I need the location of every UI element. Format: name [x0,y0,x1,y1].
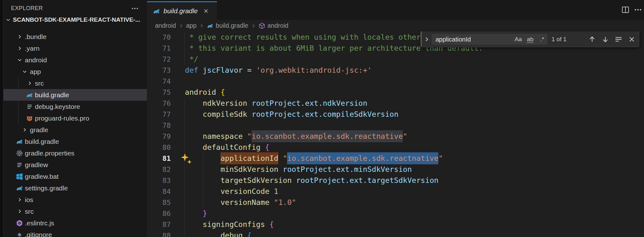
breadcrumb-label: android [268,22,289,29]
breadcrumb-item-app[interactable]: app [186,22,197,29]
split-editor-icon[interactable] [621,6,630,14]
tree-item-gradle-properties[interactable]: gradle.properties [3,147,147,159]
tree-item-build-gradle[interactable]: build.gradle [3,89,147,101]
previous-match-button arrow-up-icon[interactable] [588,35,596,43]
line-number: 79 [147,131,171,142]
workspace-name: SCANBOT-SDK-EXAMPLE-REACT-NATIVE-... [13,16,140,23]
code-editor[interactable]: 70 * give correct results when using wit… [147,31,644,237]
gradle-icon [207,22,214,29]
tree-item--bundle[interactable]: .bundle [3,31,147,42]
workspace-section-header[interactable]: SCANBOT-SDK-EXAMPLE-REACT-NATIVE-... [3,15,147,25]
chevron-right-icon [15,33,24,41]
indent-guide [184,98,185,237]
tree-item-label: settings.gradle [25,184,68,192]
code-text: targetSdkVersion rootProject.ext.targetS… [185,175,438,186]
tree-item-label: .gitignore [25,231,52,237]
tab-title: build.gradle [164,7,198,15]
chevron-right-icon [15,45,24,52]
chevron-down-icon [15,56,24,64]
indent-guide [184,32,185,65]
toggle-replace-icon[interactable] [423,36,430,43]
line-number: 74 [147,76,171,87]
line-number: 75 [147,87,171,98]
chevron-right-icon [20,126,29,134]
vscode-window: EXPLORER SCANBOT-SDK-EXAMPLE-REACT-NATIV… [0,0,644,237]
breadcrumb-item-android[interactable]: android [258,22,289,29]
tree-item-debug-keystore[interactable]: debug.keystore [3,101,147,112]
tree-item-label: src [35,80,44,87]
line-number: 86 [147,208,171,219]
breadcrumb: androidappbuild.gradleandroid [147,20,644,31]
tab-build-gradle[interactable]: build.gradle [147,1,217,20]
tree-item-src[interactable]: src [3,206,147,217]
tree-item-gradlew-bat[interactable]: gradlew.bat [3,171,147,182]
tree-item-label: .bundle [25,33,47,41]
line-number: 84 [147,186,171,197]
code-text: ndkVersion rootProject.ext.ndkVersion [185,98,367,109]
next-match-button arrow-down-icon[interactable] [601,35,609,43]
symbol-namespace-icon [258,22,265,29]
file-tree: .bundle.yarnandroidappsrcbuild.gradledeb… [3,31,147,237]
breadcrumb-item-build.gradle[interactable]: build.gradle [207,22,248,29]
line-number: 83 [147,175,171,186]
whole-word-toggle[interactable]: ab [525,35,536,44]
explorer-header: EXPLORER [3,3,147,14]
code-text: signingConfigs { [185,219,274,230]
tree-item-build-gradle[interactable]: build.gradle [3,136,147,147]
code-text: minSdkVersion rootProject.ext.minSdkVers… [185,164,412,175]
regex-toggle[interactable]: .* [537,35,547,44]
tree-indent-guide [18,78,19,125]
chevron-right-icon [25,80,34,87]
tree-item--eslintrc-js[interactable]: .eslintrc.js [3,217,147,229]
explorer-title: EXPLORER [11,5,43,12]
chevron-right-icon [199,23,204,29]
breadcrumb-item-android[interactable]: android [155,22,176,29]
close-find-button close-icon[interactable] [628,35,636,43]
chevron-right-icon [251,23,256,29]
tree-item-gradle[interactable]: gradle [3,124,147,136]
code-text: } [185,208,207,219]
tree-item-android[interactable]: android [3,54,147,66]
line-number: 76 [147,98,171,109]
line-number: 87 [147,219,171,230]
breadcrumb-label: app [186,22,197,29]
close-icon[interactable] [203,8,209,14]
find-in-selection-button find-selection-icon[interactable] [614,35,623,43]
chevron-down-icon [20,68,29,76]
line-number: 71 [147,43,171,54]
tree-item-src[interactable]: src [3,77,147,89]
ellipsis-icon[interactable] [634,6,642,14]
editor-actions [621,6,642,14]
find-widget: Aa ab .* 1 of 1 [420,31,639,47]
tree-item--gitignore[interactable]: .gitignore [3,229,147,237]
tree-item-app[interactable]: app [3,66,147,77]
tree-item-label: build.gradle [25,138,59,145]
tree-item-label: gradlew [25,161,48,169]
find-nav-buttons [588,35,636,43]
code-text: versionName "1.0" [185,197,296,208]
chevron-down-icon [5,17,11,23]
gradle-icon [15,184,24,192]
proguard-icon [25,115,34,122]
gradle-icon [25,91,34,99]
ellipsis-icon[interactable] [131,5,139,12]
file-lines-icon [15,161,24,169]
tree-item-label: src [25,208,34,215]
tree-item-label: ios [25,196,33,204]
tree-item--yarn[interactable]: .yarn [3,42,147,54]
tree-item-ios[interactable]: ios [3,194,147,206]
tree-item-settings-gradle[interactable]: settings.gradle [3,182,147,194]
breadcrumb-label: android [155,22,176,29]
tree-item-label: gradle [30,126,48,134]
tree-item-label: debug.keystore [35,103,80,110]
find-options: Aa ab .* [499,34,547,45]
chevron-right-icon [15,196,24,204]
editor-tab-bar: build.gradle [147,0,644,20]
match-case-toggle[interactable]: Aa [513,35,524,44]
line-number: 77 [147,109,171,120]
eslint-icon [15,219,24,227]
chevron-right-icon [178,23,184,29]
tree-item-gradlew[interactable]: gradlew [3,159,147,171]
tree-item-proguard-rules-pro[interactable]: proguard-rules.pro [3,112,147,124]
find-widget-sash[interactable] [421,31,422,47]
